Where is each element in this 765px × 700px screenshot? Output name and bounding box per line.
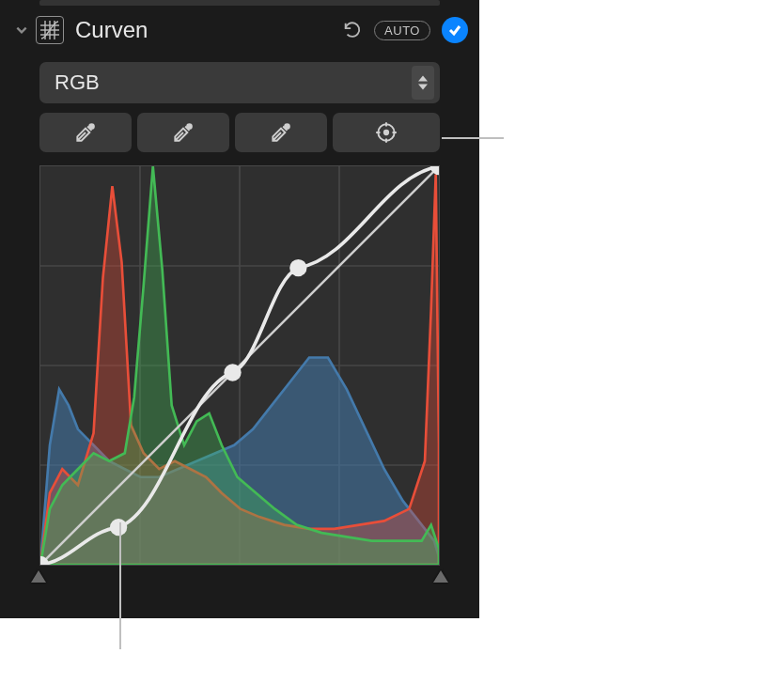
callout-leader — [119, 522, 121, 649]
reset-icon[interactable] — [338, 16, 367, 44]
curves-header: Curven AUTO — [0, 6, 479, 49]
black-point-slider[interactable] — [31, 570, 46, 583]
svg-point-6 — [89, 124, 94, 129]
add-point-button[interactable] — [333, 113, 440, 152]
channel-dropdown[interactable]: RGB — [39, 62, 440, 103]
eyedropper-toolbar — [39, 113, 440, 152]
curve-graph[interactable] — [39, 165, 440, 566]
eyedropper-white-button[interactable] — [235, 113, 327, 152]
curves-panel: Curven AUTO RGB — [0, 0, 479, 618]
stepper-icon — [412, 66, 434, 100]
auto-button[interactable]: AUTO — [374, 21, 430, 40]
callout-leader — [442, 137, 504, 139]
svg-point-7 — [187, 124, 192, 129]
white-point-slider[interactable] — [433, 570, 448, 583]
svg-point-10 — [384, 131, 388, 134]
curve-point[interactable] — [289, 259, 306, 276]
enabled-checkmark[interactable] — [442, 17, 468, 43]
disclosure-triangle[interactable] — [13, 22, 30, 39]
eyedropper-gray-button[interactable] — [137, 113, 229, 152]
eyedropper-black-button[interactable] — [39, 113, 132, 152]
curves-icon — [36, 16, 64, 44]
channel-value: RGB — [55, 70, 100, 95]
curve-graph-container — [39, 165, 440, 566]
curve-point[interactable] — [224, 364, 241, 381]
svg-point-8 — [285, 124, 289, 129]
panel-title: Curven — [75, 17, 333, 43]
